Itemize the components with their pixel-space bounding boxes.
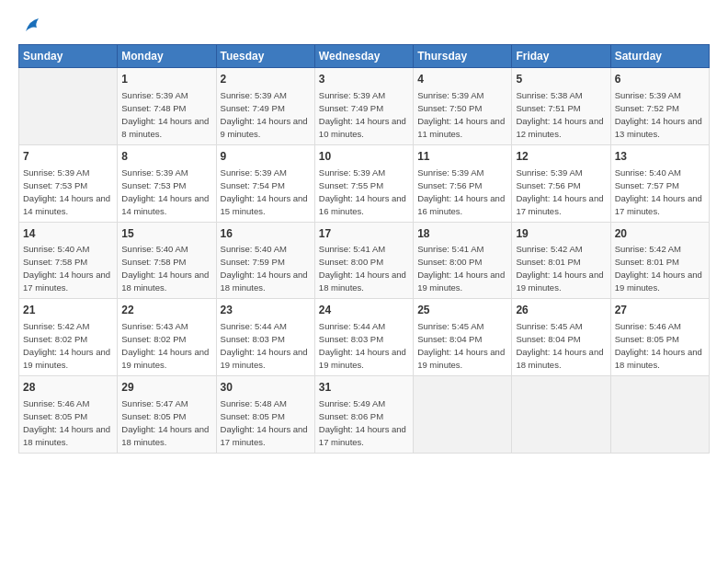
day-cell: 18Sunrise: 5:41 AMSunset: 8:00 PMDayligh…	[414, 222, 512, 299]
header-cell-tuesday: Tuesday	[216, 45, 314, 68]
day-cell: 23Sunrise: 5:44 AMSunset: 8:03 PMDayligh…	[216, 299, 314, 376]
day-cell: 29Sunrise: 5:47 AMSunset: 8:05 PMDayligh…	[118, 376, 216, 454]
day-cell: 12Sunrise: 5:39 AMSunset: 7:56 PMDayligh…	[512, 144, 610, 222]
day-detail: Sunrise: 5:43 AMSunset: 8:02 PMDaylight:…	[121, 321, 209, 370]
day-number: 19	[516, 226, 606, 242]
day-detail: Sunrise: 5:49 AMSunset: 8:06 PMDaylight:…	[319, 398, 406, 447]
header-cell-thursday: Thursday	[414, 45, 512, 68]
day-number: 10	[319, 149, 409, 165]
day-number: 17	[319, 226, 409, 242]
day-cell: 5Sunrise: 5:38 AMSunset: 7:51 PMDaylight…	[512, 68, 610, 145]
day-number: 20	[615, 226, 705, 242]
day-number: 9	[221, 149, 311, 165]
day-cell: 19Sunrise: 5:42 AMSunset: 8:01 PMDayligh…	[512, 222, 610, 299]
day-number: 26	[516, 303, 606, 318]
header	[18, 15, 710, 40]
day-detail: Sunrise: 5:39 AMSunset: 7:49 PMDaylight:…	[319, 90, 406, 139]
day-number: 23	[221, 303, 311, 318]
day-number: 24	[319, 303, 409, 318]
day-detail: Sunrise: 5:39 AMSunset: 7:48 PMDaylight:…	[121, 90, 209, 139]
day-detail: Sunrise: 5:48 AMSunset: 8:05 PMDaylight:…	[221, 398, 308, 447]
day-number: 31	[319, 380, 409, 396]
day-cell: 16Sunrise: 5:40 AMSunset: 7:59 PMDayligh…	[216, 222, 314, 299]
day-number: 16	[221, 226, 311, 242]
day-detail: Sunrise: 5:45 AMSunset: 8:04 PMDaylight:…	[417, 321, 505, 370]
bird-icon	[22, 15, 42, 40]
week-row-3: 14Sunrise: 5:40 AMSunset: 7:58 PMDayligh…	[19, 222, 710, 299]
week-row-2: 7Sunrise: 5:39 AMSunset: 7:53 PMDaylight…	[19, 144, 710, 222]
day-detail: Sunrise: 5:47 AMSunset: 8:05 PMDaylight:…	[121, 398, 209, 447]
header-row: SundayMondayTuesdayWednesdayThursdayFrid…	[19, 45, 710, 68]
header-cell-sunday: Sunday	[19, 45, 118, 68]
day-cell: 2Sunrise: 5:39 AMSunset: 7:49 PMDaylight…	[216, 68, 314, 145]
header-cell-saturday: Saturday	[610, 45, 709, 68]
day-cell: 13Sunrise: 5:40 AMSunset: 7:57 PMDayligh…	[610, 144, 709, 222]
day-number: 21	[23, 303, 113, 318]
day-number: 8	[121, 149, 211, 165]
day-number: 7	[23, 149, 113, 165]
day-cell: 24Sunrise: 5:44 AMSunset: 8:03 PMDayligh…	[314, 299, 413, 376]
day-number: 11	[417, 149, 507, 165]
day-number: 22	[121, 303, 211, 318]
day-number: 5	[516, 72, 606, 87]
day-detail: Sunrise: 5:39 AMSunset: 7:50 PMDaylight:…	[417, 90, 505, 139]
day-number: 14	[23, 226, 113, 242]
day-number: 2	[221, 72, 311, 87]
day-cell: 28Sunrise: 5:46 AMSunset: 8:05 PMDayligh…	[19, 376, 118, 454]
day-cell	[414, 376, 512, 454]
day-number: 27	[615, 303, 705, 318]
header-cell-wednesday: Wednesday	[314, 45, 413, 68]
day-number: 3	[319, 72, 409, 87]
day-cell: 9Sunrise: 5:39 AMSunset: 7:54 PMDaylight…	[216, 144, 314, 222]
day-number: 18	[417, 226, 507, 242]
day-detail: Sunrise: 5:39 AMSunset: 7:53 PMDaylight:…	[121, 167, 209, 216]
day-cell: 10Sunrise: 5:39 AMSunset: 7:55 PMDayligh…	[314, 144, 413, 222]
day-cell: 15Sunrise: 5:40 AMSunset: 7:58 PMDayligh…	[118, 222, 216, 299]
day-cell: 14Sunrise: 5:40 AMSunset: 7:58 PMDayligh…	[19, 222, 118, 299]
day-detail: Sunrise: 5:39 AMSunset: 7:55 PMDaylight:…	[319, 167, 406, 216]
day-cell	[610, 376, 709, 454]
day-cell: 26Sunrise: 5:45 AMSunset: 8:04 PMDayligh…	[512, 299, 610, 376]
day-detail: Sunrise: 5:40 AMSunset: 7:58 PMDaylight:…	[121, 244, 209, 293]
day-number: 30	[221, 380, 311, 396]
day-detail: Sunrise: 5:39 AMSunset: 7:56 PMDaylight:…	[417, 167, 505, 216]
day-detail: Sunrise: 5:38 AMSunset: 7:51 PMDaylight:…	[516, 90, 603, 139]
day-detail: Sunrise: 5:42 AMSunset: 8:01 PMDaylight:…	[516, 244, 603, 293]
week-row-4: 21Sunrise: 5:42 AMSunset: 8:02 PMDayligh…	[19, 299, 710, 376]
day-cell: 1Sunrise: 5:39 AMSunset: 7:48 PMDaylight…	[118, 68, 216, 145]
day-detail: Sunrise: 5:44 AMSunset: 8:03 PMDaylight:…	[319, 321, 406, 370]
day-detail: Sunrise: 5:39 AMSunset: 7:52 PMDaylight:…	[615, 90, 702, 139]
day-detail: Sunrise: 5:39 AMSunset: 7:49 PMDaylight:…	[221, 90, 308, 139]
week-row-5: 28Sunrise: 5:46 AMSunset: 8:05 PMDayligh…	[19, 376, 710, 454]
day-detail: Sunrise: 5:40 AMSunset: 7:59 PMDaylight:…	[221, 244, 308, 293]
day-number: 6	[615, 72, 705, 87]
day-cell: 4Sunrise: 5:39 AMSunset: 7:50 PMDaylight…	[414, 68, 512, 145]
day-detail: Sunrise: 5:45 AMSunset: 8:04 PMDaylight:…	[516, 321, 603, 370]
day-detail: Sunrise: 5:42 AMSunset: 8:01 PMDaylight:…	[615, 244, 702, 293]
day-detail: Sunrise: 5:41 AMSunset: 8:00 PMDaylight:…	[319, 244, 406, 293]
day-detail: Sunrise: 5:39 AMSunset: 7:53 PMDaylight:…	[23, 167, 110, 216]
day-cell: 21Sunrise: 5:42 AMSunset: 8:02 PMDayligh…	[19, 299, 118, 376]
day-cell	[19, 68, 118, 145]
day-cell: 20Sunrise: 5:42 AMSunset: 8:01 PMDayligh…	[610, 222, 709, 299]
day-cell: 11Sunrise: 5:39 AMSunset: 7:56 PMDayligh…	[414, 144, 512, 222]
day-number: 29	[121, 380, 211, 396]
logo	[18, 15, 42, 40]
day-number: 13	[615, 149, 705, 165]
day-number: 25	[417, 303, 507, 318]
day-number: 4	[417, 72, 507, 87]
day-detail: Sunrise: 5:39 AMSunset: 7:54 PMDaylight:…	[221, 167, 308, 216]
day-detail: Sunrise: 5:40 AMSunset: 7:57 PMDaylight:…	[615, 167, 702, 216]
week-row-1: 1Sunrise: 5:39 AMSunset: 7:48 PMDaylight…	[19, 68, 710, 145]
day-detail: Sunrise: 5:41 AMSunset: 8:00 PMDaylight:…	[417, 244, 505, 293]
day-detail: Sunrise: 5:40 AMSunset: 7:58 PMDaylight:…	[23, 244, 110, 293]
day-cell: 27Sunrise: 5:46 AMSunset: 8:05 PMDayligh…	[610, 299, 709, 376]
day-cell: 17Sunrise: 5:41 AMSunset: 8:00 PMDayligh…	[314, 222, 413, 299]
header-cell-friday: Friday	[512, 45, 610, 68]
day-detail: Sunrise: 5:42 AMSunset: 8:02 PMDaylight:…	[23, 321, 110, 370]
day-cell: 3Sunrise: 5:39 AMSunset: 7:49 PMDaylight…	[314, 68, 413, 145]
day-cell: 6Sunrise: 5:39 AMSunset: 7:52 PMDaylight…	[610, 68, 709, 145]
day-cell: 25Sunrise: 5:45 AMSunset: 8:04 PMDayligh…	[414, 299, 512, 376]
day-detail: Sunrise: 5:46 AMSunset: 8:05 PMDaylight:…	[23, 398, 110, 447]
day-detail: Sunrise: 5:44 AMSunset: 8:03 PMDaylight:…	[221, 321, 308, 370]
